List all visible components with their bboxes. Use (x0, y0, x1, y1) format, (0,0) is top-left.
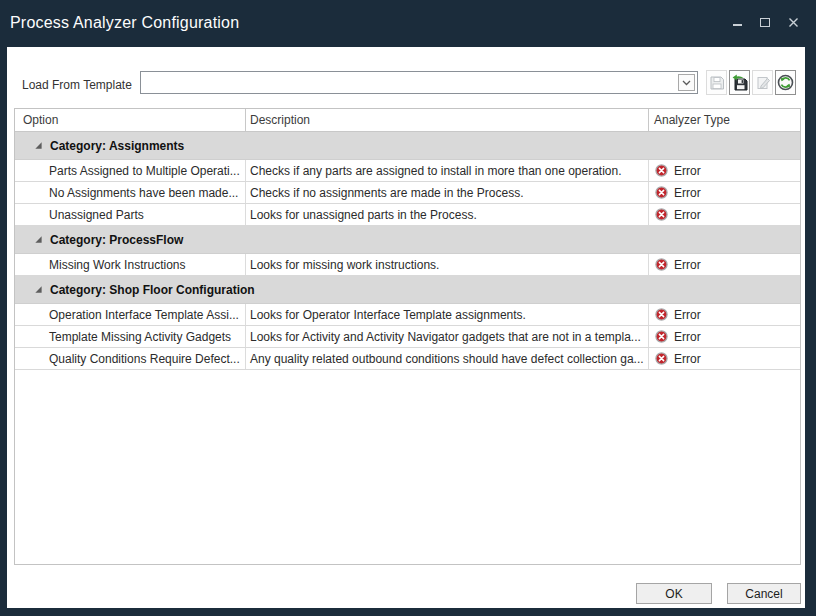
dialog-content: Load From Template (7, 47, 805, 608)
description-cell-text: Checks if no assignments are made in the… (246, 182, 649, 203)
analyzer-type-label: Error (674, 258, 701, 272)
column-header-description[interactable]: Description (246, 109, 649, 131)
table-row[interactable]: No Assignments have been made... Checks … (15, 182, 800, 204)
maximize-icon (760, 18, 770, 27)
collapse-triangle-icon[interactable] (34, 141, 43, 150)
edit-template-button[interactable] (752, 70, 773, 95)
column-header-analyzer-type[interactable]: Analyzer Type (649, 109, 800, 131)
table-row[interactable]: Template Missing Activity Gadgets Looks … (15, 326, 800, 348)
error-icon (655, 258, 668, 271)
category-label: Category: Assignments (50, 139, 184, 153)
analyzer-type-label: Error (674, 186, 701, 200)
category-label: Category: Shop Floor Configuration (50, 283, 255, 297)
description-cell-text: Looks for Activity and Activity Navigato… (246, 326, 649, 347)
category-row[interactable]: Category: ProcessFlow (15, 226, 800, 254)
category-row[interactable]: Category: Assignments (15, 132, 800, 160)
load-from-template-label: Load From Template (22, 78, 132, 92)
save-icon (709, 75, 725, 91)
dialog-window: Process Analyzer Configuration Load From… (0, 0, 816, 616)
error-icon (655, 208, 668, 221)
table-row[interactable]: Quality Conditions Require Defect... Any… (15, 348, 800, 370)
ok-button[interactable]: OK (636, 583, 712, 604)
table-row[interactable]: Parts Assigned to Multiple Operati... Ch… (15, 160, 800, 182)
chevron-down-icon (682, 80, 691, 86)
analyzer-type-label: Error (674, 352, 701, 366)
description-cell-text: Looks for unassigned parts in the Proces… (246, 204, 649, 225)
collapse-triangle-icon[interactable] (34, 285, 43, 294)
template-combo-input[interactable] (141, 72, 676, 93)
option-cell-text: Unassigned Parts (15, 204, 246, 225)
grid-rows: Category: Assignments Parts Assigned to … (15, 132, 800, 370)
cancel-button[interactable]: Cancel (727, 583, 801, 604)
category-label: Category: ProcessFlow (50, 233, 183, 247)
option-cell-text: Parts Assigned to Multiple Operati... (15, 160, 246, 181)
error-icon (655, 330, 668, 343)
category-row[interactable]: Category: Shop Floor Configuration (15, 276, 800, 304)
error-icon (655, 186, 668, 199)
option-cell-text: Template Missing Activity Gadgets (15, 326, 246, 347)
table-row[interactable]: Missing Work Instructions Looks for miss… (15, 254, 800, 276)
option-cell-text: Quality Conditions Require Defect... (15, 348, 246, 369)
analyzer-type-cell: Error (649, 348, 800, 369)
description-cell-text: Looks for Operator Interface Template as… (246, 304, 649, 325)
error-icon (655, 308, 668, 321)
template-combobox[interactable] (140, 71, 698, 94)
analyzer-type-cell: Error (649, 182, 800, 203)
analyzer-type-label: Error (674, 330, 701, 344)
window-controls (728, 10, 802, 34)
minimize-icon (733, 24, 742, 26)
description-cell-text: Looks for missing work instructions. (246, 254, 649, 275)
analyzer-type-label: Error (674, 208, 701, 222)
load-template-icon (731, 74, 749, 92)
column-header-option[interactable]: Option (15, 109, 246, 131)
save-template-button[interactable] (706, 70, 727, 95)
load-template-button[interactable] (729, 70, 750, 95)
refresh-icon (777, 74, 794, 91)
option-cell-text: Operation Interface Template Assi... (15, 304, 246, 325)
option-cell-text: Missing Work Instructions (15, 254, 246, 275)
analyzer-type-cell: Error (649, 254, 800, 275)
maximize-button[interactable] (756, 12, 774, 32)
collapse-triangle-icon[interactable] (34, 235, 43, 244)
close-icon (788, 17, 799, 28)
error-icon (655, 352, 668, 365)
refresh-templates-button[interactable] (775, 70, 796, 95)
error-icon (655, 164, 668, 177)
analyzer-type-cell: Error (649, 326, 800, 347)
edit-icon (755, 75, 771, 91)
title-bar: Process Analyzer Configuration (0, 0, 816, 47)
analyzer-type-cell: Error (649, 204, 800, 225)
close-button[interactable] (784, 12, 802, 32)
analyzer-type-cell: Error (649, 304, 800, 325)
analyzer-type-cell: Error (649, 160, 800, 181)
table-row[interactable]: Operation Interface Template Assi... Loo… (15, 304, 800, 326)
window-title: Process Analyzer Configuration (10, 14, 239, 32)
minimize-button[interactable] (728, 12, 746, 32)
analyzer-options-grid: Option Description Analyzer Type Categor… (14, 108, 801, 565)
analyzer-type-label: Error (674, 308, 701, 322)
grid-header: Option Description Analyzer Type (15, 109, 800, 132)
option-cell-text: No Assignments have been made... (15, 182, 246, 203)
table-row[interactable]: Unassigned Parts Looks for unassigned pa… (15, 204, 800, 226)
description-cell-text: Any quality related outbound conditions … (246, 348, 649, 369)
analyzer-type-label: Error (674, 164, 701, 178)
description-cell-text: Checks if any parts are assigned to inst… (246, 160, 649, 181)
combo-dropdown-button[interactable] (678, 74, 695, 91)
